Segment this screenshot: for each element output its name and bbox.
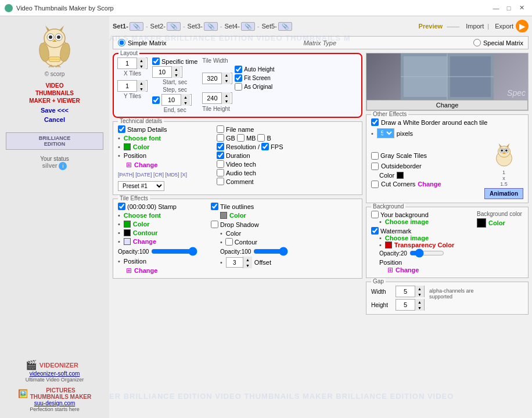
set-item-3[interactable]: Set3- 📎 (188, 22, 218, 31)
your-bg-check[interactable]: Your background (371, 211, 473, 218)
change-preview-button[interactable]: Change (366, 100, 528, 110)
drop-shadow-checkbox[interactable] (211, 221, 218, 228)
end-input[interactable] (162, 96, 181, 103)
x-tiles-input[interactable] (118, 60, 136, 67)
tile-height-down[interactable]: ▼ (221, 98, 231, 104)
gb-checkbox[interactable] (217, 134, 224, 142)
set-item-2[interactable]: Set2- 📎 (150, 22, 181, 31)
start-input[interactable] (153, 69, 171, 75)
animation-button[interactable]: Animation (484, 188, 523, 199)
export-button[interactable]: Export (495, 23, 513, 30)
change-swatch[interactable] (124, 238, 131, 245)
tile-width-input[interactable] (203, 75, 221, 82)
ds-opacity-slider[interactable] (253, 247, 288, 256)
mb-checkbox[interactable] (237, 134, 245, 142)
watermark-checkbox[interactable] (371, 227, 379, 235)
set5-tab[interactable]: 📎 (278, 22, 292, 31)
outside-color-swatch[interactable] (397, 172, 404, 179)
stamp-details-check[interactable]: Stamp Details (118, 125, 211, 133)
y-tiles-up[interactable]: ▲ (136, 80, 146, 86)
contour-text[interactable]: Contour (133, 229, 158, 236)
bg-opacity-slider[interactable] (409, 248, 444, 258)
audio-tech-checkbox[interactable] (217, 169, 224, 176)
audio-tech-check[interactable]: Audio tech (217, 169, 283, 176)
set1-tab[interactable]: 📎 (130, 22, 143, 31)
set4-tab[interactable]: 📎 (241, 22, 255, 31)
set3-tab[interactable]: 📎 (204, 22, 218, 31)
end-down[interactable]: ▼ (181, 100, 190, 106)
video-tech-check[interactable]: Video tech (217, 160, 283, 168)
pics-link[interactable]: suu-design.com (18, 400, 92, 406)
tile-outlines-checkbox[interactable] (211, 203, 218, 210)
special-matrix-option[interactable]: Special Matrix (473, 39, 523, 46)
choose-font-link[interactable]: Choose font (124, 135, 161, 142)
preset-select[interactable]: Preset #1 (118, 181, 164, 191)
choose-bg-image[interactable]: Choose image (385, 218, 429, 225)
cut-corners-change-button[interactable]: Change (418, 181, 441, 188)
watermark-check[interactable]: Watermark (371, 227, 473, 235)
bg-change-button[interactable]: Change (396, 266, 419, 273)
transparency-color-text[interactable]: Transparency Color (394, 242, 454, 248)
stamp-color-swatch[interactable] (124, 143, 131, 150)
your-bg-checkbox[interactable] (371, 211, 379, 218)
tile-choose-font[interactable]: Choose font (124, 212, 161, 219)
offset-input[interactable] (227, 260, 243, 266)
tile-change-button[interactable]: Change (133, 238, 156, 245)
tile-color-swatch[interactable] (124, 221, 131, 228)
duration-check[interactable]: Duration (217, 152, 283, 159)
simple-matrix-radio[interactable] (118, 39, 125, 46)
stamp-checkbox[interactable] (118, 203, 125, 210)
pixels-select[interactable]: 5 (377, 128, 394, 138)
x-tiles-down[interactable]: ▼ (136, 63, 146, 69)
specific-time-checkbox[interactable] (152, 57, 160, 65)
videonizer-link[interactable]: videonizer-soft.com (26, 370, 84, 377)
outside-border-checkbox[interactable] (371, 163, 379, 170)
bg-color-swatch[interactable] (477, 218, 486, 228)
ds-contour-checkbox[interactable] (225, 238, 233, 246)
comment-check[interactable]: Comment (217, 178, 283, 185)
fit-screen-checkbox[interactable] (235, 74, 242, 82)
file-name-checkbox[interactable] (217, 125, 224, 133)
next-arrow-button[interactable]: ▶ (516, 20, 529, 33)
import-button[interactable]: Import (466, 23, 484, 30)
simple-matrix-option[interactable]: Simple Matrix (118, 39, 167, 46)
end-up[interactable]: ▲ (181, 94, 190, 100)
set-item-4[interactable]: Set4- 📎 (225, 22, 255, 31)
as-original-checkbox[interactable] (235, 83, 242, 91)
tile-height-up[interactable]: ▲ (221, 92, 231, 98)
contour-swatch[interactable] (124, 229, 131, 236)
gap-height-down[interactable]: ▼ (415, 305, 424, 311)
choose-wm-image[interactable]: Choose image (385, 235, 429, 242)
cut-corners-checkbox[interactable] (371, 181, 379, 188)
stamp-color-text[interactable]: Color (133, 143, 150, 150)
close-button[interactable]: ✕ (516, 2, 527, 14)
gap-width-input[interactable] (396, 288, 415, 295)
bg-color-text[interactable]: Color (488, 219, 505, 226)
as-original-check[interactable]: As Original (235, 83, 274, 91)
minimize-button[interactable]: — (490, 2, 502, 14)
stamp-check[interactable]: (00:00:00) Stamp (118, 203, 205, 210)
tile-change2-button[interactable]: Change (134, 267, 157, 274)
outline-color-swatch[interactable] (220, 212, 227, 219)
save-button[interactable]: Save <<< (41, 107, 69, 114)
offset-up[interactable]: ▲ (243, 257, 252, 262)
fps-checkbox[interactable] (261, 143, 269, 150)
grayscale-checkbox[interactable] (371, 152, 379, 160)
gap-height-input[interactable] (396, 301, 415, 308)
outline-color-text[interactable]: Color (229, 212, 246, 219)
gap-height-up[interactable]: ▲ (415, 299, 424, 305)
set-item-1[interactable]: Set1- 📎 (113, 22, 143, 31)
start-up[interactable]: ▲ (171, 66, 181, 72)
cancel-button[interactable]: Cancel (44, 116, 65, 123)
tile-width-down[interactable]: ▼ (221, 78, 231, 84)
file-name-check[interactable]: File name (217, 125, 283, 133)
fit-screen-check[interactable]: Fit Screen (235, 74, 274, 82)
duration-checkbox[interactable] (217, 152, 224, 159)
tile-width-up[interactable]: ▲ (221, 73, 231, 78)
specific-time-check[interactable]: Specific time (152, 57, 197, 65)
start-down[interactable]: ▼ (171, 72, 181, 78)
stamp-change-button[interactable]: Change (134, 161, 157, 168)
transparency-swatch[interactable] (385, 242, 392, 248)
tile-opacity-slider[interactable] (151, 247, 197, 256)
gap-width-down[interactable]: ▼ (415, 291, 424, 297)
